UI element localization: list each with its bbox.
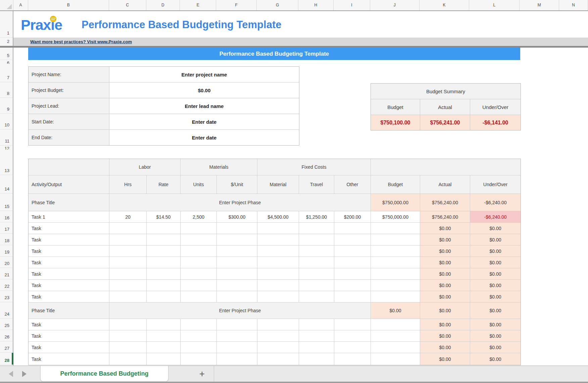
row-header-20[interactable]: 20 [0,257,13,268]
phase-budget-cell[interactable]: $0.00 [371,303,420,319]
group-header-labor[interactable]: Labor [109,159,180,175]
column-header-actual[interactable]: Actual [420,175,470,194]
task-label-cell[interactable]: Task [29,319,109,330]
task-actual-cell[interactable]: $0.00 [420,291,470,302]
task-actual-cell[interactable]: $756,240.00 [420,211,470,222]
task-actual-cell[interactable]: $0.00 [420,223,470,234]
budget-summary-title[interactable]: Budget Summary [371,84,521,99]
task-per-unit-cell[interactable] [217,291,257,302]
tab-performance-based-budgeting[interactable]: Performance Based Budgeting [40,366,168,382]
column-header-budget[interactable]: Budget [371,175,420,194]
task-units-cell[interactable] [181,234,216,245]
task-under-over-cell[interactable]: $0.00 [470,280,521,291]
task-rate-cell[interactable] [147,330,180,341]
task-units-cell[interactable] [181,245,216,257]
group-header-blank-right[interactable] [371,159,521,175]
add-sheet-button[interactable]: + [194,366,210,382]
column-header-c[interactable]: C [109,0,146,10]
task-actual-cell[interactable]: $0.00 [420,257,470,268]
task-rate-cell[interactable] [147,223,180,234]
task-hrs-cell[interactable] [109,353,146,365]
column-header-rate[interactable]: Rate [147,175,180,194]
task-under-over-cell[interactable]: $0.00 [470,245,521,257]
task-per-unit-cell[interactable] [217,223,257,234]
task-travel-cell[interactable] [299,342,334,353]
row-header-12[interactable]: 12 [0,146,13,150]
task-label-cell[interactable]: Task [29,223,109,234]
column-header-i[interactable]: I [334,0,370,10]
task-actual-cell[interactable]: $0.00 [420,353,470,365]
task-under-over-cell[interactable]: -$6,240.00 [470,211,521,222]
tabs-scroll-right-icon[interactable] [22,371,27,377]
task-per-unit-cell[interactable] [217,280,257,291]
task-travel-cell[interactable] [299,234,334,245]
task-other-cell[interactable] [334,257,371,268]
task-hrs-cell[interactable] [109,342,146,353]
task-actual-cell[interactable]: $0.00 [420,268,470,279]
project-name-value[interactable]: Enter project name [109,67,299,82]
task-other-cell[interactable] [334,353,371,365]
task-units-cell[interactable]: 2,500 [181,211,216,222]
task-other-cell[interactable] [334,268,371,279]
phase-under-over-cell[interactable]: -$6,240.00 [470,194,521,211]
task-travel-cell[interactable] [299,353,334,365]
task-per-unit-cell[interactable]: $300.00 [217,211,257,222]
row-header-14[interactable]: 14 [0,175,13,194]
task-material-cell[interactable] [257,223,299,234]
task-units-cell[interactable] [181,257,216,268]
row-header-25[interactable]: 25 [0,319,13,330]
task-budget-cell[interactable] [371,330,420,341]
column-header-m[interactable]: M [520,0,559,10]
task-actual-cell[interactable]: $0.00 [420,280,470,291]
task-label-cell[interactable]: Task [29,291,109,302]
start-date-value[interactable]: Enter date [109,114,299,129]
task-label-cell[interactable]: Task 1 [29,211,109,222]
task-per-unit-cell[interactable] [217,330,257,341]
phase-under-over-cell[interactable]: $0.00 [470,303,521,319]
task-hrs-cell[interactable] [109,319,146,330]
column-header-material[interactable]: Material [257,175,299,194]
row-header-10[interactable]: 10 [0,114,13,129]
end-date-value[interactable]: Enter date [109,130,299,145]
task-units-cell[interactable] [181,330,216,341]
task-other-cell[interactable] [334,234,371,245]
task-label-cell[interactable]: Task [29,342,109,353]
group-header-materials[interactable]: Materials [181,159,257,175]
task-other-cell[interactable] [334,342,371,353]
column-header-k[interactable]: K [420,0,470,10]
row-header-11[interactable]: 11 [0,129,13,146]
summary-budget-value[interactable]: $750,100.00 [371,115,420,130]
task-rate-cell[interactable] [147,291,180,302]
column-header-n[interactable]: N [559,0,588,10]
column-header-other[interactable]: Other [334,175,371,194]
task-travel-cell[interactable] [299,245,334,257]
task-hrs-cell[interactable]: 20 [109,211,146,222]
task-hrs-cell[interactable] [109,268,146,279]
task-under-over-cell[interactable]: $0.00 [470,223,521,234]
task-units-cell[interactable] [181,319,216,330]
task-under-over-cell[interactable]: $0.00 [470,234,521,245]
task-per-unit-cell[interactable] [217,257,257,268]
task-budget-cell[interactable] [371,280,420,291]
row-header-21[interactable]: 21 [0,268,13,279]
task-under-over-cell[interactable]: $0.00 [470,330,521,341]
row-header-9[interactable]: 9 [0,98,13,114]
column-header-l[interactable]: L [469,0,520,10]
task-hrs-cell[interactable] [109,257,146,268]
task-rate-cell[interactable] [147,342,180,353]
task-travel-cell[interactable] [299,330,334,341]
row-header-26[interactable]: 26 [0,330,13,341]
task-budget-cell[interactable] [371,245,420,257]
task-hrs-cell[interactable] [109,291,146,302]
task-under-over-cell[interactable]: $0.00 [470,319,521,330]
task-label-cell[interactable]: Task [29,330,109,341]
column-header-units[interactable]: Units [181,175,216,194]
task-under-over-cell[interactable]: $0.00 [470,268,521,279]
task-travel-cell[interactable] [299,223,334,234]
project-lead-value[interactable]: Enter lead name [109,98,299,114]
task-other-cell[interactable]: $200.00 [334,211,371,222]
column-header-b[interactable]: B [28,0,109,10]
task-per-unit-cell[interactable] [217,319,257,330]
row-header-13[interactable]: 13 [0,150,13,175]
task-material-cell[interactable] [257,342,299,353]
